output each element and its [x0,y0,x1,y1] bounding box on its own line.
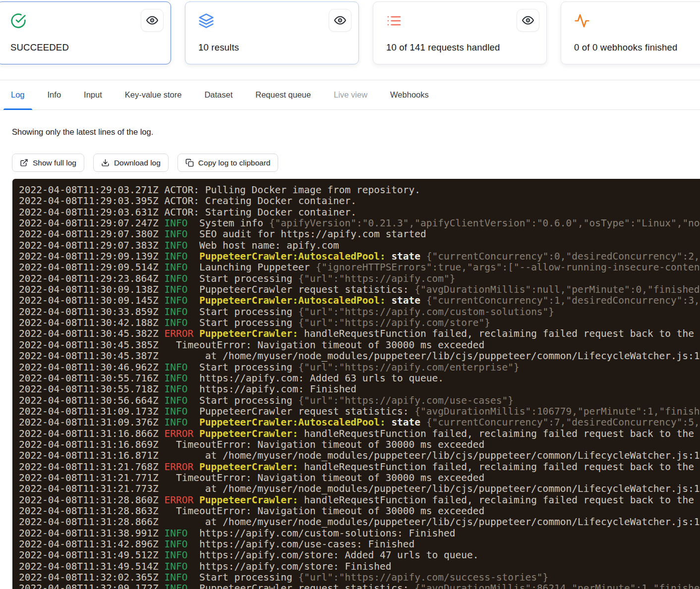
list-icon [386,13,402,29]
log-line: 2022-04-08T11:31:38.991Z INFO https://ap… [19,528,700,539]
layers-icon [198,13,214,29]
log-line: 2022-04-08T11:31:09.376Z INFO PuppeteerC… [19,417,700,428]
copy-icon [185,159,194,167]
log-line: 2022-04-08T11:29:03.395Z ACTOR: Creating… [19,196,700,207]
show-full-log-button[interactable]: Show full log [12,154,84,172]
tab-live-view: Live view [326,80,375,109]
results-label: 10 results [198,42,239,53]
tab-label: Info [48,90,61,100]
eye-icon [146,14,158,26]
log-line: 2022-04-08T11:29:23.864Z INFO Start proc… [19,273,700,284]
log-line: 2022-04-08T11:30:45.385Z TimeoutError: N… [19,340,700,351]
log-line: 2022-04-08T11:30:46.962Z INFO Start proc… [19,362,700,373]
eye-icon [334,14,346,26]
log-line: 2022-04-08T11:30:09.145Z INFO PuppeteerC… [19,295,700,306]
card-run-status[interactable]: SUCCEEDED [0,1,171,64]
requests-label: 10 of 141 requests handled [386,42,500,53]
log-note: Showing only the latest lines of the log… [12,127,153,137]
log-line: 2022-04-08T11:30:42.188Z INFO Start proc… [19,318,700,328]
download-icon [101,159,110,167]
log-line: 2022-04-08T11:29:09.139Z INFO PuppeteerC… [19,251,700,262]
view-requests-button[interactable] [517,9,539,32]
card-results[interactable]: 10 results [185,1,359,64]
tab-label: Log [11,90,25,100]
tab-label: Dataset [204,90,233,100]
tab-label: Webhooks [390,90,429,100]
button-label: Show full log [33,159,76,167]
log-line: 2022-04-08T11:31:21.771Z TimeoutError: N… [19,473,700,483]
tab-info[interactable]: Info [40,80,69,109]
log-line: 2022-04-08T11:31:09.173Z INFO PuppeteerC… [19,406,700,417]
log-line: 2022-04-08T11:30:55.716Z INFO https://ap… [19,373,700,384]
log-line: 2022-04-08T11:29:03.271Z ACTOR: Pulling … [19,185,700,196]
log-line: 2022-04-08T11:31:28.860Z ERROR Puppeteer… [19,495,700,506]
tab-label: Live view [334,90,367,100]
log-line: 2022-04-08T11:29:07.383Z INFO Web host n… [19,240,700,251]
button-label: Download log [114,159,161,167]
log-line: 2022-04-08T11:30:45.387Z at /home/myuser… [19,351,700,362]
view-run-status-button[interactable] [141,9,164,32]
external-link-icon [20,159,28,167]
tab-label: Request queue [255,90,311,100]
tab-label: Input [84,90,102,100]
check-circle-icon [10,13,26,29]
log-line: 2022-04-08T11:30:56.664Z INFO Start proc… [19,395,700,406]
run-tabs: Log Info Input Key-value store Dataset R… [0,80,700,110]
log-line: 2022-04-08T11:31:49.514Z INFO https://ap… [19,561,700,572]
log-line: 2022-04-08T11:31:21.773Z at /home/myuser… [19,483,700,494]
tab-webhooks[interactable]: Webhooks [383,80,436,109]
log-actions: Show full log Download log Copy log to c… [12,154,278,172]
log-line: 2022-04-08T11:30:45.382Z ERROR Puppeteer… [19,328,700,339]
view-results-button[interactable] [329,9,351,32]
copy-log-button[interactable]: Copy log to clipboard [177,154,279,172]
tab-request-queue[interactable]: Request queue [248,80,318,109]
tab-dataset[interactable]: Dataset [197,80,240,109]
log-line: 2022-04-08T11:32:02.365Z INFO Start proc… [19,572,700,583]
tab-log[interactable]: Log [3,80,32,109]
log-line: 2022-04-08T11:31:21.768Z ERROR Puppeteer… [19,462,700,473]
card-requests[interactable]: 10 of 141 requests handled [373,1,547,64]
eye-icon [522,14,534,26]
tab-input[interactable]: Input [76,80,110,109]
tab-key-value-store[interactable]: Key-value store [117,80,189,109]
run-status-label: SUCCEEDED [10,42,69,53]
tab-label: Key-value store [125,90,182,100]
log-line: 2022-04-08T11:30:55.718Z INFO https://ap… [19,384,700,395]
log-line: 2022-04-08T11:31:16.866Z ERROR Puppeteer… [19,428,700,439]
log-line: 2022-04-08T11:32:09.172Z INFO PuppeteerC… [19,583,700,589]
log-line: 2022-04-08T11:31:28.863Z TimeoutError: N… [19,506,700,517]
log-line: 2022-04-08T11:29:03.631Z ACTOR: Starting… [19,207,700,218]
status-cards-row: SUCCEEDED 10 results 10 of 141 reques [0,1,700,67]
webhooks-label: 0 of 0 webhooks finished [574,42,677,53]
download-log-button[interactable]: Download log [93,154,169,172]
log-line: 2022-04-08T11:29:09.514Z INFO Launching … [19,262,700,273]
log-line: 2022-04-08T11:31:49.512Z INFO https://ap… [19,550,700,561]
log-line: 2022-04-08T11:30:33.859Z INFO Start proc… [19,307,700,318]
card-webhooks[interactable]: 0 of 0 webhooks finished [561,1,700,64]
log-line: 2022-04-08T11:29:07.380Z INFO SEO audit … [19,229,700,240]
log-line: 2022-04-08T11:31:16.869Z TimeoutError: N… [19,439,700,450]
log-line: 2022-04-08T11:31:42.896Z INFO https://ap… [19,539,700,550]
log-line: 2022-04-08T11:31:16.871Z at /home/myuser… [19,450,700,461]
log-console[interactable]: 2022-04-08T11:29:03.271Z ACTOR: Pulling … [12,179,700,589]
log-line: 2022-04-08T11:30:09.138Z INFO PuppeteerC… [19,284,700,295]
button-label: Copy log to clipboard [198,159,271,167]
log-line: 2022-04-08T11:29:07.247Z INFO System inf… [19,218,700,229]
log-line: 2022-04-08T11:31:28.866Z at /home/myuser… [19,517,700,528]
activity-icon [574,13,590,29]
